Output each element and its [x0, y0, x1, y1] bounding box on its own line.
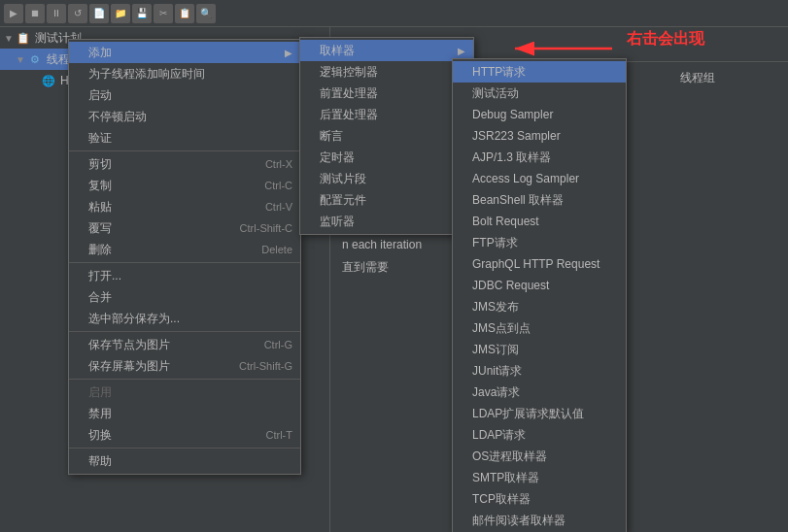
menu-item-overwrite[interactable]: 覆写 Ctrl-Shift-C — [69, 217, 300, 239]
menu-item-label: 验证 — [88, 130, 112, 147]
menu-item-test-fragment[interactable]: 测试片段 ▶ — [300, 168, 473, 189]
submenu-arrow-icon: ▶ — [285, 48, 292, 58]
menu-item-label: Java请求 — [472, 384, 520, 401]
toolbar-icon-8[interactable]: ✂ — [154, 4, 173, 23]
menu-item-add-response[interactable]: 为子线程添加响应时间 — [69, 63, 300, 84]
context-menu-l3[interactable]: HTTP请求 测试活动 Debug Sampler JSR223 Sampler… — [452, 58, 627, 532]
menu-item-timer[interactable]: 定时器 ▶ — [300, 147, 473, 168]
menu-item-java-request[interactable]: Java请求 — [453, 382, 626, 403]
context-menu-l2[interactable]: 取样器 ▶ 逻辑控制器 ▶ 前置处理器 ▶ 后置处理器 ▶ 断言 ▶ 定时器 ▶… — [299, 37, 474, 235]
context-menu-l1[interactable]: 添加 ▶ 为子线程添加响应时间 启动 不停顿启动 验证 剪切 Ctrl-X 复制… — [68, 39, 301, 475]
menu-item-open[interactable]: 打开... — [69, 265, 300, 286]
menu-item-sampler-label: 取样器 — [320, 43, 355, 59]
menu-item-save-as[interactable]: 选中部分保存为... — [69, 308, 300, 329]
separator-1 — [69, 150, 300, 151]
toolbar-icon-6[interactable]: 📁 — [111, 4, 130, 23]
menu-item-os-process-sampler[interactable]: OS进程取样器 — [453, 446, 626, 467]
menu-item-start-no-pause[interactable]: 不停顿启动 — [69, 106, 300, 127]
menu-item-merge[interactable]: 合并 — [69, 286, 300, 308]
menu-item-assertion[interactable]: 断言 ▶ — [300, 125, 473, 147]
menu-item-ldap-ext-request[interactable]: LDAP扩展请求默认值 — [453, 403, 626, 424]
menu-item-label: 配置元件 — [320, 192, 366, 209]
menu-item-pre-processor[interactable]: 前置处理器 ▶ — [300, 83, 473, 104]
menu-item-toggle[interactable]: 切换 Ctrl-T — [69, 424, 300, 446]
menu-item-label: 后置处理器 — [320, 107, 378, 123]
menu-item-config-element[interactable]: 配置元件 ▶ — [300, 189, 473, 211]
menu-item-cut[interactable]: 剪切 Ctrl-X — [69, 153, 300, 175]
menu-item-label: 邮件阅读者取样器 — [472, 513, 565, 529]
menu-item-jdbc-request[interactable]: JDBC Request — [453, 275, 626, 296]
menu-item-ldap-request[interactable]: LDAP请求 — [453, 424, 626, 446]
menu-item-label: JMS发布 — [472, 299, 519, 316]
menu-item-label: FTP请求 — [472, 235, 518, 251]
menu-item-label: 断言 — [320, 128, 343, 145]
menu-item-mail-reader-sampler[interactable]: 邮件阅读者取样器 — [453, 510, 626, 531]
menu-item-validate[interactable]: 验证 — [69, 127, 300, 149]
menu-item-label: 粘贴 — [88, 199, 112, 216]
separator-5 — [69, 448, 300, 449]
menu-item-enable: 启用 — [69, 382, 300, 403]
menu-item-ajp-sampler[interactable]: AJP/1.3 取样器 — [453, 147, 626, 168]
menu-item-label: OS进程取样器 — [472, 449, 547, 465]
menu-item-jsr223-sampler[interactable]: JSR223 Sampler — [453, 125, 626, 147]
menu-item-label: 监听器 — [320, 214, 355, 230]
menu-item-start[interactable]: 启动 — [69, 84, 300, 106]
toolbar-icon-2[interactable]: ⏹ — [25, 4, 45, 23]
menu-item-label: 帮助 — [88, 453, 112, 470]
arrow-icon — [29, 76, 41, 86]
menu-item-jms-point[interactable]: JMS点到点 — [453, 317, 626, 339]
http-icon: 🌐 — [41, 73, 56, 88]
menu-item-label: 剪切 — [88, 156, 112, 173]
menu-item-help[interactable]: 帮助 — [69, 450, 300, 472]
menu-item-label: GraphQL HTTP Request — [472, 257, 600, 271]
shortcut-label: Ctrl-V — [265, 201, 292, 213]
menu-item-label: 删除 — [88, 242, 112, 258]
toolbar-icon-1[interactable]: ▶ — [4, 4, 23, 23]
toolbar-icon-3[interactable]: ⏸ — [47, 4, 66, 23]
menu-item-listener[interactable]: 监听器 ▶ — [300, 211, 473, 232]
menu-item-smtp-sampler[interactable]: SMTP取样器 — [453, 467, 626, 488]
menu-item-debug-sampler[interactable]: Debug Sampler — [453, 104, 626, 125]
menu-item-beanshell-sampler[interactable]: BeanShell 取样器 — [453, 189, 626, 211]
menu-item-save-node-img[interactable]: 保存节点为图片 Ctrl-G — [69, 334, 300, 355]
menu-item-graphql-request[interactable]: GraphQL HTTP Request — [453, 253, 626, 275]
menu-item-add-label: 添加 — [88, 45, 112, 61]
menu-item-jms-sub[interactable]: JMS订阅 — [453, 339, 626, 360]
menu-item-test-activity[interactable]: 测试活动 — [453, 83, 626, 104]
menu-item-access-log-sampler[interactable]: Access Log Sampler — [453, 168, 626, 189]
menu-item-label: 选中部分保存为... — [88, 311, 180, 327]
menu-item-label: TCP取样器 — [472, 491, 531, 508]
menu-item-copy[interactable]: 复制 Ctrl-C — [69, 175, 300, 196]
menu-item-label: 为子线程添加响应时间 — [88, 66, 205, 83]
menu-item-jms-pub[interactable]: JMS发布 — [453, 296, 626, 317]
menu-item-paste[interactable]: 粘贴 Ctrl-V — [69, 196, 300, 217]
menu-item-label: 保存节点为图片 — [88, 337, 170, 353]
shortcut-label: Ctrl-T — [266, 429, 293, 441]
menu-item-label: JDBC Request — [472, 279, 549, 292]
toolbar-icon-4[interactable]: ↺ — [68, 4, 87, 23]
menu-item-sampler[interactable]: 取样器 ▶ — [300, 40, 473, 61]
menu-item-bolt-request[interactable]: Bolt Request — [453, 211, 626, 232]
menu-item-logic-controller[interactable]: 逻辑控制器 ▶ — [300, 61, 473, 83]
menu-item-post-processor[interactable]: 后置处理器 ▶ — [300, 104, 473, 125]
menu-item-label: Bolt Request — [472, 215, 539, 228]
toolbar-icon-9[interactable]: 📋 — [175, 4, 194, 23]
toolbar-icon-7[interactable]: 💾 — [132, 4, 152, 23]
menu-item-save-screen-img[interactable]: 保存屏幕为图片 Ctrl-Shift-G — [69, 355, 300, 377]
toolbar-icon-5[interactable]: 📄 — [89, 4, 109, 23]
menu-item-delete[interactable]: 删除 Delete — [69, 239, 300, 260]
menu-item-label: 打开... — [88, 268, 121, 284]
menu-item-label: HTTP请求 — [472, 64, 526, 81]
menu-item-add[interactable]: 添加 ▶ — [69, 42, 300, 63]
toolbar-icon-10[interactable]: 🔍 — [196, 4, 216, 23]
separator-2 — [69, 262, 300, 263]
menu-item-ftp-request[interactable]: FTP请求 — [453, 232, 626, 253]
menu-item-http-request[interactable]: HTTP请求 — [453, 61, 626, 83]
menu-item-junit-request[interactable]: JUnit请求 — [453, 360, 626, 382]
arrow-icon: ▼ — [16, 54, 27, 65]
menu-item-label: Debug Sampler — [472, 108, 553, 121]
toolbar: ▶ ⏹ ⏸ ↺ 📄 📁 💾 ✂ 📋 🔍 — [0, 0, 788, 27]
menu-item-disable[interactable]: 禁用 — [69, 403, 300, 424]
shortcut-label: Ctrl-G — [264, 339, 292, 350]
menu-item-tcp-sampler[interactable]: TCP取样器 — [453, 488, 626, 510]
